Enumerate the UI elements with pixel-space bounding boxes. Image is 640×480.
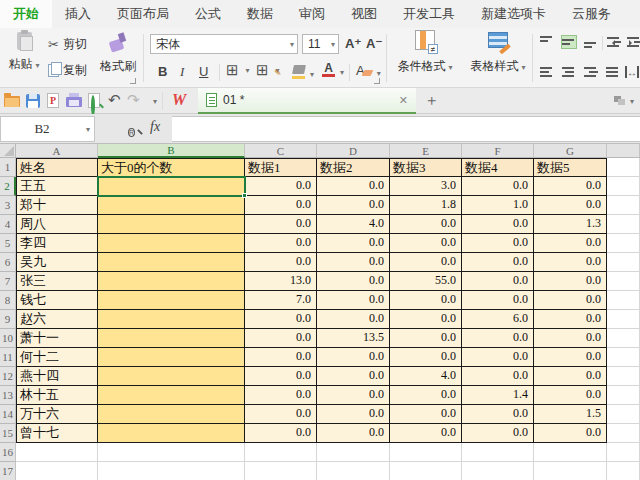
cell-E12[interactable]: 4.0 bbox=[390, 367, 462, 386]
column-header-D[interactable]: D bbox=[317, 144, 390, 158]
cell-C6[interactable]: 0.0 bbox=[245, 253, 317, 272]
cell-G10[interactable]: 0.0 bbox=[534, 329, 607, 348]
cell-E7[interactable]: 55.0 bbox=[390, 272, 462, 291]
cell-D10[interactable]: 13.5 bbox=[317, 329, 390, 348]
cell-C10[interactable]: 0.0 bbox=[245, 329, 317, 348]
cell-E16[interactable] bbox=[390, 443, 462, 462]
font-name-combo[interactable]: 宋体 ▾ bbox=[150, 34, 298, 54]
cell-H2[interactable] bbox=[607, 177, 640, 196]
cell-G15[interactable]: 0.0 bbox=[534, 424, 607, 443]
cell-G13[interactable]: 0.0 bbox=[534, 386, 607, 405]
cell-G11[interactable]: 0.0 bbox=[534, 348, 607, 367]
cell-F8[interactable]: 0.0 bbox=[462, 291, 534, 310]
new-tab-button[interactable]: ＋ bbox=[424, 91, 439, 110]
cell-E3[interactable]: 1.8 bbox=[390, 196, 462, 215]
cell-E10[interactable]: 0.0 bbox=[390, 329, 462, 348]
cell-C14[interactable]: 0.0 bbox=[245, 405, 317, 424]
cell-C1[interactable]: 数据1 bbox=[245, 158, 317, 177]
decrease-indent-button[interactable] bbox=[607, 36, 621, 48]
cell-G2[interactable]: 0.0 bbox=[534, 177, 607, 196]
row-header-13[interactable]: 13 bbox=[0, 386, 16, 405]
cell-A14[interactable]: 万十六 bbox=[16, 405, 98, 424]
cell-B17[interactable] bbox=[98, 462, 245, 480]
row-header-10[interactable]: 10 bbox=[0, 329, 16, 348]
column-header-partial[interactable] bbox=[607, 144, 640, 158]
align-bottom-button[interactable] bbox=[584, 36, 598, 48]
cell-H16[interactable] bbox=[607, 443, 640, 462]
row-header-6[interactable]: 6 bbox=[0, 253, 16, 272]
clear-format-button[interactable]: A ▾ bbox=[356, 63, 381, 78]
column-header-B[interactable]: B bbox=[98, 144, 245, 158]
name-box[interactable]: B2 ▾ bbox=[0, 116, 95, 142]
cell-B7[interactable] bbox=[98, 272, 245, 291]
cell-H15[interactable] bbox=[607, 424, 640, 443]
cell-E11[interactable]: 0.0 bbox=[390, 348, 462, 367]
cell-B16[interactable] bbox=[98, 443, 245, 462]
align-left-button[interactable] bbox=[540, 66, 554, 78]
align-center-button[interactable] bbox=[562, 66, 576, 78]
cell-H4[interactable] bbox=[607, 215, 640, 234]
cell-H1[interactable] bbox=[607, 158, 640, 177]
cell-A8[interactable]: 钱七 bbox=[16, 291, 98, 310]
cell-D5[interactable]: 0.0 bbox=[317, 234, 390, 253]
column-header-E[interactable]: E bbox=[390, 144, 462, 158]
cell-H8[interactable] bbox=[607, 291, 640, 310]
cell-C5[interactable]: 0.0 bbox=[245, 234, 317, 253]
insert-function-button[interactable]: fx bbox=[150, 119, 160, 135]
conditional-format-button[interactable]: ≠ 条件格式▾ bbox=[390, 30, 460, 75]
shrink-font-button[interactable]: A⁻ bbox=[366, 36, 382, 51]
column-header-F[interactable]: F bbox=[462, 144, 534, 158]
cell-B6[interactable] bbox=[98, 253, 245, 272]
cell-G17[interactable] bbox=[534, 462, 607, 480]
cell-E2[interactable]: 3.0 bbox=[390, 177, 462, 196]
menu-tab-6[interactable]: 视图 bbox=[338, 0, 390, 28]
menu-tab-0[interactable]: 开始 bbox=[0, 0, 52, 28]
cell-A5[interactable]: 李四 bbox=[16, 234, 98, 253]
cell-A9[interactable]: 赵六 bbox=[16, 310, 98, 329]
cell-D2[interactable]: 0.0 bbox=[317, 177, 390, 196]
align-middle-button[interactable] bbox=[562, 36, 576, 48]
quick-access-dropdown[interactable]: ▾ bbox=[153, 97, 157, 106]
italic-button[interactable]: I bbox=[180, 64, 184, 80]
cell-B11[interactable] bbox=[98, 348, 245, 367]
cell-D8[interactable]: 0.0 bbox=[317, 291, 390, 310]
cell-H11[interactable] bbox=[607, 348, 640, 367]
copy-button[interactable]: 复制 bbox=[48, 62, 87, 79]
font-group-launcher[interactable] bbox=[374, 78, 380, 84]
fill-color-button[interactable]: ▾ bbox=[292, 65, 314, 79]
cell-E17[interactable] bbox=[390, 462, 462, 480]
close-icon[interactable]: ✕ bbox=[399, 94, 408, 107]
cell-D3[interactable]: 0.0 bbox=[317, 196, 390, 215]
row-header-15[interactable]: 15 bbox=[0, 424, 16, 443]
cell-A17[interactable] bbox=[16, 462, 98, 480]
cell-C9[interactable]: 0.0 bbox=[245, 310, 317, 329]
font-color-button[interactable]: A ▾ bbox=[322, 63, 344, 77]
cell-H7[interactable] bbox=[607, 272, 640, 291]
menu-tab-8[interactable]: 新建选项卡 bbox=[468, 0, 559, 28]
menu-tab-2[interactable]: 页面布局 bbox=[104, 0, 182, 28]
cell-F12[interactable]: 0.0 bbox=[462, 367, 534, 386]
chevron-down-icon[interactable]: ▾ bbox=[290, 40, 294, 49]
cell-F15[interactable]: 0.0 bbox=[462, 424, 534, 443]
cell-B8[interactable] bbox=[98, 291, 245, 310]
cell-A16[interactable] bbox=[16, 443, 98, 462]
cell-E14[interactable]: 0.0 bbox=[390, 405, 462, 424]
row-header-5[interactable]: 5 bbox=[0, 234, 16, 253]
cell-G4[interactable]: 1.3 bbox=[534, 215, 607, 234]
cell-E13[interactable]: 0.0 bbox=[390, 386, 462, 405]
cell-F17[interactable] bbox=[462, 462, 534, 480]
justify-button[interactable] bbox=[606, 66, 620, 78]
name-box-dropdown-icon[interactable]: ▾ bbox=[86, 125, 90, 134]
cell-C2[interactable]: 0.0 bbox=[245, 177, 317, 196]
cell-G16[interactable] bbox=[534, 443, 607, 462]
cell-E4[interactable]: 0.0 bbox=[390, 215, 462, 234]
cell-A11[interactable]: 何十二 bbox=[16, 348, 98, 367]
draw-border-button[interactable]: ⊞ ✎ ▾ bbox=[256, 63, 280, 77]
cell-A10[interactable]: 萧十一 bbox=[16, 329, 98, 348]
cell-F1[interactable]: 数据4 bbox=[462, 158, 534, 177]
bold-button[interactable]: B bbox=[158, 64, 167, 79]
cell-D13[interactable]: 0.0 bbox=[317, 386, 390, 405]
cell-C17[interactable] bbox=[245, 462, 317, 480]
row-header-9[interactable]: 9 bbox=[0, 310, 16, 329]
column-header-G[interactable]: G bbox=[534, 144, 607, 158]
